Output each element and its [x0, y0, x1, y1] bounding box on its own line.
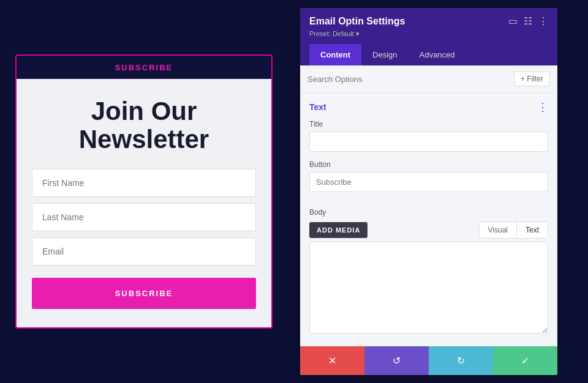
title-label: Title [309, 120, 548, 128]
grid-icon[interactable]: ☷ [524, 15, 532, 27]
add-media-button[interactable]: ADD MEDIA [309, 222, 368, 238]
left-panel: SUBSCRIBE Join Our Newsletter SUBSCRIBE [0, 0, 288, 383]
save-button[interactable]: ✓ [493, 346, 557, 375]
widget-title: Join Our Newsletter [32, 97, 256, 154]
panel-header-icons: ▭ ☷ ⋮ [508, 15, 548, 27]
button-input[interactable] [309, 172, 548, 192]
responsive-icon[interactable]: ▭ [508, 15, 518, 27]
last-name-input[interactable] [32, 203, 256, 231]
section-more-icon[interactable]: ⋮ [537, 100, 548, 114]
section-header: Text ⋮ [309, 100, 548, 114]
email-input[interactable] [32, 237, 256, 266]
redo-button[interactable]: ↻ [429, 346, 493, 375]
body-editor[interactable] [309, 242, 548, 333]
first-name-input[interactable] [32, 169, 256, 197]
filter-button[interactable]: + Filter [514, 72, 550, 86]
tab-design[interactable]: Design [361, 44, 408, 65]
text-option[interactable]: Text [516, 222, 548, 238]
panel-content: + Filter Text ⋮ Title Button Body ADD M [300, 65, 557, 346]
widget-body: Join Our Newsletter SUBSCRIBE [17, 79, 271, 327]
tab-content[interactable]: Content [309, 44, 361, 65]
body-toolbar: ADD MEDIA Visual Text [309, 221, 548, 239]
panel-preset[interactable]: Preset: Default ▾ [309, 30, 548, 38]
panel-footer: ✕ ↺ ↻ ✓ [300, 346, 557, 375]
body-label: Body [309, 208, 548, 217]
search-row: + Filter [300, 65, 557, 93]
panel-tabs: Content Design Advanced [309, 44, 548, 65]
title-field-group: Title [309, 120, 548, 152]
subscribe-button[interactable]: SUBSCRIBE [32, 278, 256, 309]
visual-text-toggle: Visual Text [479, 221, 548, 239]
search-input[interactable] [307, 75, 514, 84]
panel-header: Email Optin Settings ▭ ☷ ⋮ Preset: Defau… [300, 8, 557, 65]
widget-header: SUBSCRIBE [17, 56, 271, 79]
body-section: Body ADD MEDIA Visual Text [300, 208, 557, 343]
widget-form [32, 169, 256, 266]
button-field-group: Button [309, 160, 548, 192]
panel-title-row: Email Optin Settings ▭ ☷ ⋮ [309, 15, 548, 27]
visual-option[interactable]: Visual [480, 222, 516, 238]
button-label: Button [309, 160, 548, 169]
text-section: Text ⋮ Title Button [300, 93, 557, 208]
more-options-icon[interactable]: ⋮ [538, 15, 548, 27]
title-input[interactable] [309, 132, 548, 152]
tab-advanced[interactable]: Advanced [409, 44, 466, 65]
text-section-label: Text [309, 102, 326, 112]
reset-button[interactable]: ↺ [364, 346, 429, 375]
cancel-button[interactable]: ✕ [300, 346, 364, 375]
widget-header-text: SUBSCRIBE [115, 63, 173, 72]
panel-title: Email Optin Settings [309, 16, 405, 27]
subscribe-widget: SUBSCRIBE Join Our Newsletter SUBSCRIBE [15, 54, 273, 329]
settings-panel: Email Optin Settings ▭ ☷ ⋮ Preset: Defau… [300, 8, 557, 375]
